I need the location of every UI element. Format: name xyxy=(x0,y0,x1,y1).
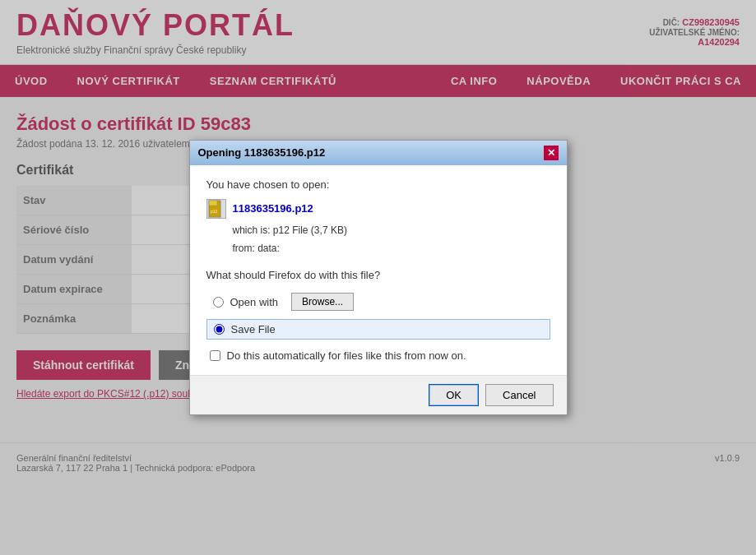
dialog-file-info: which is: p12 File (3,7 KB) from: data: xyxy=(233,222,550,257)
svg-rect-1 xyxy=(209,201,217,206)
radio-open-with[interactable] xyxy=(213,297,224,308)
dialog-file-row: p12 1183635196.p12 xyxy=(206,199,550,219)
dialog-from: from: data: xyxy=(233,240,550,258)
radio-save-file-label: Save File xyxy=(231,323,276,335)
dialog-question: What should Firefox do with this file? xyxy=(206,269,550,281)
radio-save-file[interactable] xyxy=(214,324,225,335)
radio-open-with-option: Open with Browse... xyxy=(206,289,550,314)
dialog-title: Opening 1183635196.p12 xyxy=(198,146,326,159)
auto-action-label: Do this automatically for files like thi… xyxy=(227,349,466,362)
dialog-close-button[interactable]: ✕ xyxy=(544,146,559,160)
auto-action-checkbox[interactable] xyxy=(210,350,220,361)
dialog-intro: You have chosen to open: xyxy=(206,178,550,191)
file-icon: p12 xyxy=(206,199,226,219)
browse-button[interactable]: Browse... xyxy=(291,293,354,311)
dialog-titlebar: Opening 1183635196.p12 ✕ xyxy=(190,141,567,165)
svg-text:p12: p12 xyxy=(211,209,218,214)
auto-checkbox-row: Do this automatically for files like thi… xyxy=(210,349,550,362)
cancel-button[interactable]: Cancel xyxy=(485,384,553,406)
dialog-body: You have chosen to open: p12 1183635196.… xyxy=(190,165,567,375)
dialog-which-is: which is: p12 File (3,7 KB) xyxy=(233,222,550,240)
dialog-overlay: Opening 1183635196.p12 ✕ You have chosen… xyxy=(0,0,756,483)
dialog-footer: OK Cancel xyxy=(190,375,567,414)
dialog-filename: 1183635196.p12 xyxy=(233,202,313,215)
ok-button[interactable]: OK xyxy=(429,384,479,406)
radio-open-with-label: Open with xyxy=(230,296,279,308)
radio-save-file-option: Save File xyxy=(206,319,550,340)
file-open-dialog: Opening 1183635196.p12 ✕ You have chosen… xyxy=(189,140,568,415)
